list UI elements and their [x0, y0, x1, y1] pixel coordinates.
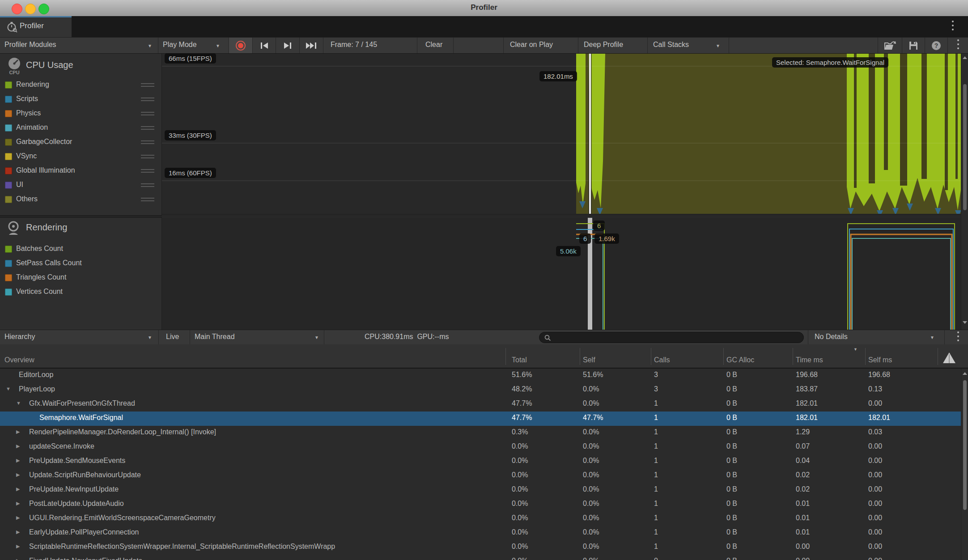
column-calls[interactable]: Calls — [654, 356, 670, 364]
table-row[interactable]: ▶updateScene.Invoke0.0%0.0%10 B0.070.00 — [0, 440, 961, 454]
table-row[interactable]: ▶ScriptableRuntimeReflectionSystemWrappe… — [0, 540, 961, 555]
column-self-ms[interactable]: Self ms — [868, 356, 892, 364]
scroll-up-icon[interactable] — [963, 372, 967, 375]
drag-handle-icon[interactable] — [141, 198, 154, 203]
legend-label: UI — [16, 181, 23, 189]
foldout-collapsed-icon[interactable]: ▶ — [16, 543, 20, 549]
legend-item[interactable]: UI — [5, 178, 159, 192]
foldout-collapsed-icon[interactable]: ▶ — [16, 558, 20, 560]
legend-item[interactable]: SetPass Calls Count — [5, 256, 159, 271]
column-self[interactable]: Self — [583, 356, 595, 364]
legend-item[interactable]: Rendering — [5, 78, 159, 92]
foldout-collapsed-icon[interactable]: ▶ — [16, 443, 20, 449]
foldout-collapsed-icon[interactable]: ▶ — [16, 529, 20, 535]
foldout-collapsed-icon[interactable]: ▶ — [16, 472, 20, 478]
profiler-modules-dropdown[interactable]: Profiler Modules ▼ — [0, 38, 158, 53]
legend-item[interactable]: Scripts — [5, 92, 159, 106]
drag-handle-icon[interactable] — [141, 155, 154, 160]
next-frame-button[interactable] — [276, 38, 300, 53]
cell-value: 0 B — [726, 385, 737, 393]
table-row[interactable]: ▶Update.ScriptRunBehaviourUpdate0.0%0.0%… — [0, 469, 961, 483]
table-row[interactable]: Semaphore.WaitForSignal47.7%47.7%10 B182… — [0, 412, 961, 426]
column-time-ms[interactable]: Time ms — [796, 356, 823, 364]
tab-context-menu-button[interactable] — [952, 21, 954, 32]
drag-handle-icon[interactable] — [141, 140, 154, 146]
legend-item[interactable]: Triangles Count — [5, 271, 159, 285]
table-row[interactable]: ▶FixedUpdate.NewInputFixedUpdate0.0%0.0%… — [0, 555, 961, 560]
help-button[interactable]: ? — [925, 38, 948, 53]
record-button[interactable] — [229, 38, 253, 53]
sample-name: PostLateUpdate.UpdateAudio — [29, 500, 124, 508]
drag-handle-icon[interactable] — [141, 112, 154, 117]
cell-value: 0.00 — [868, 528, 882, 536]
rendering-module-header[interactable]: Rendering — [0, 218, 162, 239]
table-row[interactable]: ▶PostLateUpdate.UpdateAudio0.0%0.0%10 B0… — [0, 497, 961, 512]
table-row[interactable]: ▶RenderPipelineManager.DoRenderLoop_Inte… — [0, 426, 961, 440]
previous-frame-button[interactable] — [253, 38, 276, 53]
attach-target-dropdown[interactable]: Play Mode ▼ — [158, 38, 229, 53]
call-stacks-dropdown[interactable]: Call Stacks ▼ — [648, 38, 729, 53]
thread-dropdown[interactable]: Main Thread ▼ — [190, 330, 324, 344]
drag-handle-icon[interactable] — [141, 98, 154, 103]
legend-item[interactable]: VSync — [5, 149, 159, 164]
current-frame-button[interactable] — [300, 38, 323, 53]
foldout-expanded-icon[interactable]: ▼ — [16, 400, 21, 406]
drag-handle-icon[interactable] — [141, 126, 154, 132]
deep-profile-toggle[interactable]: Deep Profile — [578, 38, 648, 53]
cell-value: 0.00 — [868, 471, 882, 479]
column-total[interactable]: Total — [512, 356, 527, 364]
legend-item[interactable]: GarbageCollector — [5, 135, 159, 149]
column-gc-alloc[interactable]: GC Alloc — [726, 356, 754, 364]
cpu-module-header[interactable]: CPU CPU Usage — [0, 55, 162, 77]
charts-scrollbar[interactable] — [961, 54, 968, 330]
foldout-collapsed-icon[interactable]: ▶ — [16, 486, 20, 492]
legend-item[interactable]: Others — [5, 192, 159, 207]
scrollbar-thumb[interactable] — [963, 380, 967, 510]
table-row[interactable]: ▶PreUpdate.NewInputUpdate0.0%0.0%10 B0.0… — [0, 483, 961, 497]
cell-value: 0.00 — [868, 457, 882, 465]
table-row[interactable]: ▶EarlyUpdate.PollPlayerConnection0.0%0.0… — [0, 526, 961, 540]
toolbar-context-menu-button[interactable] — [948, 38, 968, 53]
clear-button[interactable]: Clear — [417, 38, 454, 53]
foldout-collapsed-icon[interactable]: ▶ — [16, 501, 20, 506]
clear-on-play-toggle[interactable]: Clear on Play — [504, 38, 578, 53]
foldout-collapsed-icon[interactable]: ▶ — [16, 429, 20, 435]
tab-profiler[interactable]: Profiler — [0, 16, 72, 37]
table-scrollbar[interactable] — [961, 369, 968, 560]
cell-value: 3 — [654, 371, 658, 379]
legend-color-swatch — [5, 274, 12, 281]
foldout-collapsed-icon[interactable]: ▶ — [16, 515, 20, 521]
hierarchy-context-menu-button[interactable] — [948, 330, 968, 344]
table-row[interactable]: ▶PreUpdate.SendMouseEvents0.0%0.0%10 B0.… — [0, 454, 961, 469]
legend-item[interactable]: Global Illumination — [5, 164, 159, 178]
save-profile-button[interactable] — [902, 38, 925, 53]
drag-handle-icon[interactable] — [141, 83, 154, 89]
drag-handle-icon[interactable] — [141, 169, 154, 174]
load-profile-button[interactable] — [878, 38, 902, 53]
live-toggle[interactable]: Live — [159, 330, 190, 344]
drag-handle-icon[interactable] — [141, 183, 154, 189]
search-input[interactable] — [555, 333, 798, 342]
scroll-down-icon[interactable] — [963, 321, 967, 324]
foldout-expanded-icon[interactable]: ▼ — [6, 386, 11, 391]
legend-item[interactable]: Animation — [5, 121, 159, 135]
details-view-dropdown[interactable]: Hierarchy ▼ — [0, 330, 159, 344]
cell-value: 0.0% — [583, 514, 599, 522]
rendering-chart[interactable] — [162, 218, 961, 330]
legend-item[interactable]: Batches Count — [5, 242, 159, 256]
legend-item[interactable]: Vertices Count — [5, 285, 159, 299]
legend-item[interactable]: Physics — [5, 106, 159, 121]
sample-name: RenderPipelineManager.DoRenderLoop_Inter… — [29, 428, 216, 436]
column-overview[interactable]: Overview — [4, 356, 34, 364]
scrollbar-thumb[interactable] — [963, 84, 967, 210]
scroll-up-icon[interactable] — [963, 56, 967, 59]
table-row[interactable]: EditorLoop51.6%51.6%30 B196.68196.68 — [0, 369, 961, 383]
table-row[interactable]: ▶UGUI.Rendering.EmitWorldScreenspaceCame… — [0, 512, 961, 526]
details-pane-dropdown[interactable]: No Details ▼ — [808, 330, 945, 344]
foldout-collapsed-icon[interactable]: ▶ — [16, 458, 20, 463]
cell-value: 0.0% — [583, 457, 599, 465]
search-field[interactable] — [539, 332, 804, 343]
table-row[interactable]: ▼PlayerLoop48.2%0.0%30 B183.870.13 — [0, 383, 961, 397]
table-row[interactable]: ▼Gfx.WaitForPresentOnGfxThread47.7%0.0%1… — [0, 397, 961, 412]
collapse-all-icon[interactable] — [942, 352, 956, 364]
